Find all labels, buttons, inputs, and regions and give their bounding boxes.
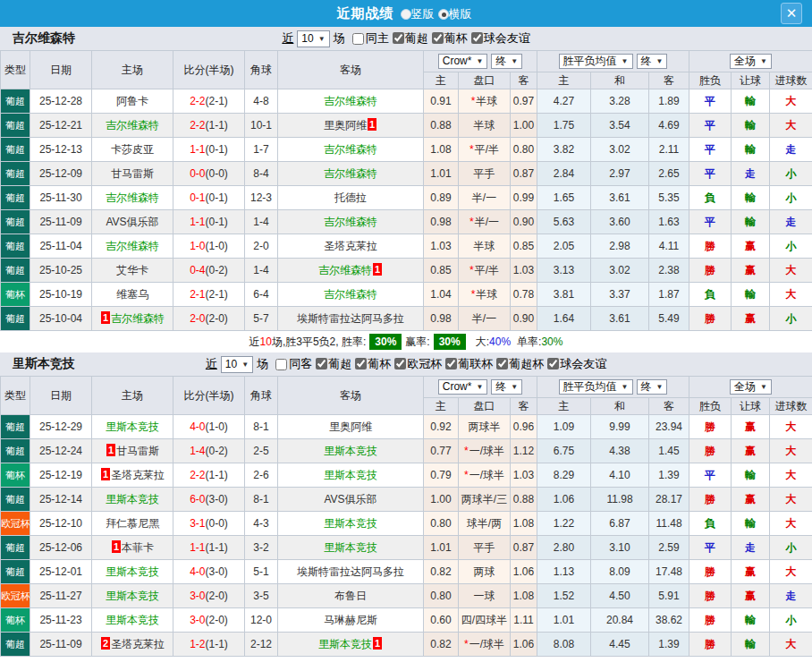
- single-rate-value: 30%: [541, 336, 562, 348]
- team-name: 甘马雷斯: [116, 445, 159, 457]
- match-row: 葡超25-12-28阿鲁卡2-2(2-1)4-8吉尔维森特0.91*半球0.97…: [1, 89, 812, 114]
- handicap-result-cell: 輸: [732, 463, 770, 488]
- team-name: 吉尔维森特: [324, 216, 377, 228]
- away-team-cell: 里斯本竞技: [278, 439, 424, 463]
- league-checkbox[interactable]: [547, 358, 559, 369]
- crown-home-odds: 0.77: [424, 439, 459, 463]
- away-team-cell: 里斯本竞技1: [278, 633, 424, 657]
- layout-radio[interactable]: [438, 9, 449, 20]
- league-checkbox[interactable]: [316, 358, 327, 369]
- avg-draw-odds: 3.02: [591, 138, 649, 162]
- match-date: 25-11-09: [30, 633, 92, 657]
- crown-home-odds: 0.91: [424, 89, 459, 114]
- layout-radio[interactable]: [401, 9, 411, 20]
- full-match-dropdown[interactable]: 全场▼: [730, 379, 772, 395]
- league-badge: 葡超: [1, 234, 30, 259]
- corner-cell: 12-0: [245, 608, 278, 633]
- avg-dropdown[interactable]: 胜平负均值▼: [559, 379, 633, 395]
- match-count-select[interactable]: 10 ▼: [297, 30, 329, 47]
- bookmaker-dropdown[interactable]: Crow*▼: [438, 54, 488, 69]
- handicap-value: 半/一: [472, 312, 496, 325]
- score-cell: 2-0(2-0): [173, 307, 245, 331]
- league-checkbox[interactable]: [445, 358, 457, 369]
- league-checkbox[interactable]: [394, 358, 406, 369]
- full-match-dropdown[interactable]: 全场▼: [730, 54, 772, 69]
- avg-away-odds: 5.35: [649, 186, 689, 210]
- goals-result-cell: 大: [770, 415, 812, 439]
- avg-draw-odds: 2.97: [591, 162, 649, 186]
- col-home: 主场: [92, 377, 173, 415]
- result-cell: 勝: [689, 633, 732, 657]
- league-checkbox[interactable]: [393, 32, 404, 44]
- crown-away-odds: 1.12: [511, 439, 537, 463]
- half-time-score: (1-1): [206, 541, 228, 554]
- goals-result-cell: 小: [770, 186, 812, 210]
- score-cell: 1-2(1-1): [173, 633, 245, 657]
- final-odds-dropdown[interactable]: 终▼: [491, 379, 522, 395]
- match-date: 25-11-09: [30, 210, 92, 234]
- handicap-value: 一/球半: [469, 638, 504, 650]
- league-filter: 葡杯: [351, 356, 391, 372]
- col-result: 胜负: [689, 398, 732, 415]
- half-time-score: (3-0): [206, 493, 228, 505]
- avg-home-odds: 2.80: [537, 536, 591, 560]
- result-cell: 負: [689, 186, 732, 210]
- team-name: 阿鲁卡: [116, 95, 148, 107]
- handicap-cell: 半/一: [459, 307, 511, 331]
- corner-cell: 2-6: [245, 463, 278, 488]
- result-cell: 勝: [689, 234, 732, 259]
- matches-table-team2: 类型 日期 主场 比分(半场) 角球 客场 Crow*▼终▼ 胜平负均值▼终▼ …: [0, 376, 812, 657]
- match-date: 25-11-04: [30, 234, 92, 259]
- crown-away-odds: 0.88: [511, 488, 537, 512]
- corner-cell: 1-4: [245, 210, 278, 234]
- match-date: 25-11-30: [30, 186, 92, 210]
- corner-cell: 2-5: [245, 439, 278, 463]
- team-name: 甘马雷斯: [111, 167, 154, 180]
- close-button[interactable]: ✕: [781, 3, 802, 24]
- col-crown-away: 客: [511, 72, 537, 89]
- final-avg-dropdown[interactable]: 终▼: [637, 54, 668, 69]
- crown-home-odds: 0.82: [424, 633, 459, 657]
- avg-dropdown[interactable]: 胜平负均值▼: [559, 54, 633, 69]
- team-name: 吉尔维森特: [111, 312, 165, 325]
- full-time-score: 3-0: [190, 614, 205, 626]
- league-checkbox[interactable]: [471, 32, 483, 44]
- crown-home-odds: 0.89: [424, 186, 459, 210]
- league-checkbox[interactable]: [496, 358, 508, 369]
- team-name: 拜仁慕尼黑: [106, 517, 159, 530]
- goals-result-cell: 大: [770, 283, 812, 307]
- col-type: 类型: [1, 377, 30, 415]
- col-avg-away: 客: [649, 72, 689, 89]
- handicap-result-cell: 輸: [732, 89, 770, 114]
- home-team-cell: 1吉尔维森特: [92, 307, 173, 331]
- bookmaker-dropdown[interactable]: Crow*▼: [438, 379, 488, 395]
- avg-draw-odds: 20.84: [591, 608, 649, 633]
- avg-draw-odds: 3.60: [591, 210, 649, 234]
- avg-draw-odds: 3.02: [591, 259, 649, 283]
- chevron-down-icon: ▼: [760, 57, 767, 65]
- handicap-cell: *半球: [459, 283, 511, 307]
- result-cell: 平: [689, 210, 732, 234]
- handicap-result-cell: 赢: [732, 234, 770, 259]
- league-checkbox[interactable]: [432, 32, 444, 44]
- half-time-score: (0-1): [206, 216, 228, 228]
- final-odds-dropdown[interactable]: 终▼: [491, 54, 522, 69]
- same-venue-checkbox[interactable]: [275, 359, 287, 370]
- match-row: 葡超25-12-09甘马雷斯0-0(0-0)8-4吉尔维森特1.01平手0.87…: [1, 162, 812, 186]
- league-filter: 葡杯: [428, 30, 468, 47]
- result-cell: 勝: [689, 560, 732, 584]
- away-team-cell: 马琳赫尼斯: [278, 608, 424, 633]
- match-count-select[interactable]: 10 ▼: [221, 356, 253, 373]
- league-checkbox[interactable]: [355, 358, 367, 369]
- final-avg-dropdown[interactable]: 终▼: [637, 379, 668, 395]
- same-venue-checkbox[interactable]: [352, 33, 364, 45]
- avg-draw-odds: 4.10: [591, 463, 649, 488]
- crown-home-odds: 1.03: [424, 234, 459, 259]
- match-date: 25-12-06: [30, 536, 92, 560]
- match-row: 葡超25-12-13卡莎皮亚1-1(0-1)1-7吉尔维森特1.08*平/半0.…: [1, 138, 812, 162]
- home-team-cell: 甘马雷斯: [92, 162, 173, 186]
- goals-result-cell: 大: [770, 463, 812, 488]
- match-row: 葡杯25-12-191圣塔克莱拉2-2(1-1)2-6里斯本竞技0.79*一/球…: [1, 463, 812, 488]
- home-team-cell: 卡莎皮亚: [92, 138, 173, 162]
- avg-away-odds: 4.69: [649, 114, 689, 138]
